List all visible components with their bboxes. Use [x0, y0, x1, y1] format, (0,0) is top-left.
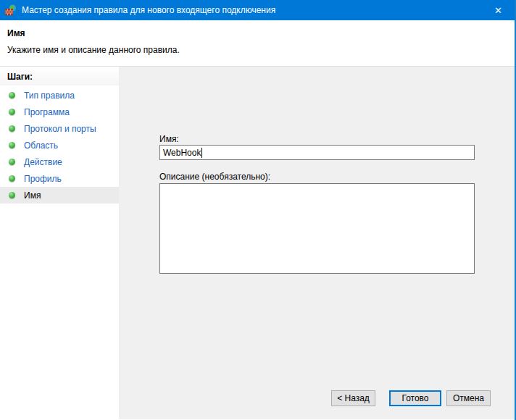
- page-title: Имя: [7, 20, 515, 38]
- cancel-button[interactable]: Отмена: [446, 390, 491, 406]
- step-label: Тип правила: [24, 91, 75, 101]
- wizard-header: Имя Укажите имя и описание данного прави…: [0, 20, 515, 67]
- sidebar-item-rule-type[interactable]: Тип правила: [0, 87, 119, 104]
- wizard-window: Мастер создания правила для нового входя…: [0, 0, 516, 420]
- green-dot-icon: [9, 92, 15, 98]
- rule-name-input[interactable]: WebHook: [159, 145, 475, 160]
- sidebar-item-action[interactable]: Действие: [0, 154, 119, 170]
- cancel-button-label: Отмена: [453, 393, 484, 403]
- close-button[interactable]: ✕: [482, 0, 515, 20]
- green-dot-icon: [9, 125, 15, 132]
- sidebar-item-name[interactable]: Имя: [0, 187, 119, 203]
- description-field-label: Описание (необязательно):: [159, 172, 270, 182]
- sidebar-item-scope[interactable]: Область: [0, 137, 119, 154]
- green-dot-icon: [9, 159, 15, 165]
- green-dot-icon: [9, 175, 15, 182]
- steps-heading: Шаги:: [0, 67, 119, 85]
- main-pane: Имя: WebHook Описание (необязательно): <…: [120, 67, 515, 419]
- rule-name-value: WebHook: [163, 148, 201, 158]
- back-button[interactable]: < Назад: [331, 390, 375, 406]
- green-dot-icon: [9, 192, 15, 198]
- page-subtitle: Укажите имя и описание данного правила.: [7, 45, 515, 55]
- sidebar-item-program[interactable]: Программа: [0, 104, 119, 120]
- text-caret: [201, 148, 202, 158]
- steps-sidebar: Шаги: Тип правила Программа Протокол и п…: [0, 67, 120, 419]
- finish-button[interactable]: Готово: [389, 390, 441, 406]
- green-dot-icon: [9, 142, 15, 148]
- step-label: Область: [24, 140, 58, 151]
- step-label: Имя: [24, 190, 41, 201]
- titlebar: Мастер создания правила для нового входя…: [0, 0, 515, 20]
- step-label: Программа: [24, 107, 70, 117]
- steps-list: Тип правила Программа Протокол и порты О…: [0, 87, 119, 203]
- step-label: Действие: [24, 157, 62, 167]
- sidebar-item-protocol-ports[interactable]: Протокол и порты: [0, 120, 119, 137]
- back-button-label: < Назад: [337, 393, 370, 403]
- step-label: Протокол и порты: [24, 124, 96, 134]
- rule-description-textarea[interactable]: [159, 183, 475, 274]
- firewall-icon: [4, 4, 17, 17]
- sidebar-item-profile[interactable]: Профиль: [0, 170, 119, 187]
- name-field-label: Имя:: [159, 134, 179, 144]
- finish-button-label: Готово: [401, 393, 428, 403]
- green-dot-icon: [9, 109, 15, 115]
- close-icon: ✕: [494, 5, 502, 16]
- window-title: Мастер создания правила для нового входя…: [22, 5, 482, 15]
- step-label: Профиль: [24, 174, 62, 184]
